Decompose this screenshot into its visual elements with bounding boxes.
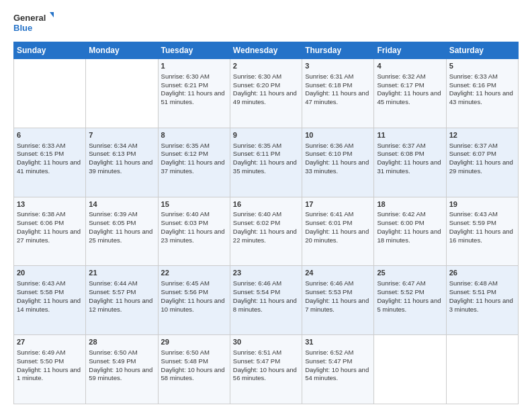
day-number: 1: [161, 61, 227, 71]
day-info: Sunrise: 6:45 AM Sunset: 5:56 PM Dayligh…: [161, 279, 227, 314]
day-info: Sunrise: 6:46 AM Sunset: 5:53 PM Dayligh…: [305, 279, 371, 314]
day-info: Sunrise: 6:30 AM Sunset: 6:20 PM Dayligh…: [233, 73, 299, 107]
day-number: 30: [233, 337, 299, 347]
week-row-5: 27Sunrise: 6:49 AM Sunset: 5:50 PM Dayli…: [14, 335, 519, 404]
day-number: 9: [233, 130, 299, 140]
day-info: Sunrise: 6:34 AM Sunset: 6:13 PM Dayligh…: [89, 142, 154, 176]
cell-week4-day5: 25Sunrise: 6:47 AM Sunset: 5:52 PM Dayli…: [374, 266, 446, 335]
day-number: 16: [233, 199, 299, 210]
day-number: 21: [89, 268, 154, 278]
day-number: 31: [305, 337, 371, 347]
day-info: Sunrise: 6:32 AM Sunset: 6:17 PM Dayligh…: [377, 73, 443, 107]
cell-week3-day5: 18Sunrise: 6:42 AM Sunset: 6:00 PM Dayli…: [374, 197, 446, 266]
weekday-monday: Monday: [86, 42, 158, 59]
day-number: 3: [305, 61, 371, 71]
page: General Blue SundayMondayTuesdayWednesda…: [0, 0, 532, 411]
day-info: Sunrise: 6:33 AM Sunset: 6:16 PM Dayligh…: [449, 73, 515, 107]
day-number: 23: [233, 268, 299, 278]
day-info: Sunrise: 6:43 AM Sunset: 5:59 PM Dayligh…: [449, 210, 515, 244]
weekday-saturday: Saturday: [446, 42, 518, 59]
day-number: 17: [305, 199, 371, 210]
cell-week1-day3: 2Sunrise: 6:30 AM Sunset: 6:20 PM Daylig…: [230, 59, 302, 128]
day-info: Sunrise: 6:35 AM Sunset: 6:11 PM Dayligh…: [233, 142, 299, 176]
weekday-friday: Friday: [374, 42, 446, 59]
day-info: Sunrise: 6:36 AM Sunset: 6:10 PM Dayligh…: [305, 142, 371, 176]
day-number: 25: [377, 268, 443, 278]
day-number: 6: [17, 130, 83, 140]
week-row-1: 1Sunrise: 6:30 AM Sunset: 6:21 PM Daylig…: [14, 59, 519, 128]
day-number: 13: [17, 199, 83, 210]
day-info: Sunrise: 6:33 AM Sunset: 6:15 PM Dayligh…: [17, 142, 83, 176]
cell-week4-day4: 24Sunrise: 6:46 AM Sunset: 5:53 PM Dayli…: [302, 266, 374, 335]
day-number: 28: [89, 337, 154, 347]
day-info: Sunrise: 6:47 AM Sunset: 5:52 PM Dayligh…: [377, 279, 443, 314]
cell-week2-day4: 10Sunrise: 6:36 AM Sunset: 6:10 PM Dayli…: [302, 128, 374, 197]
cell-week2-day2: 8Sunrise: 6:35 AM Sunset: 6:12 PM Daylig…: [158, 128, 230, 197]
cell-week4-day2: 22Sunrise: 6:45 AM Sunset: 5:56 PM Dayli…: [158, 266, 230, 335]
cell-week3-day2: 15Sunrise: 6:40 AM Sunset: 6:03 PM Dayli…: [158, 197, 230, 266]
day-info: Sunrise: 6:50 AM Sunset: 5:48 PM Dayligh…: [161, 349, 227, 383]
cell-week5-day3: 30Sunrise: 6:51 AM Sunset: 5:47 PM Dayli…: [230, 335, 302, 404]
svg-text:Blue: Blue: [13, 23, 32, 33]
cell-week3-day6: 19Sunrise: 6:43 AM Sunset: 5:59 PM Dayli…: [446, 197, 518, 266]
day-info: Sunrise: 6:40 AM Sunset: 6:03 PM Dayligh…: [161, 210, 227, 244]
cell-week5-day6: [446, 335, 518, 404]
day-number: 27: [17, 337, 83, 347]
cell-week5-day2: 29Sunrise: 6:50 AM Sunset: 5:48 PM Dayli…: [158, 335, 230, 404]
cell-week4-day1: 21Sunrise: 6:44 AM Sunset: 5:57 PM Dayli…: [86, 266, 158, 335]
day-number: 12: [449, 130, 515, 140]
day-number: 7: [89, 130, 154, 140]
cell-week2-day6: 12Sunrise: 6:37 AM Sunset: 6:07 PM Dayli…: [446, 128, 518, 197]
day-info: Sunrise: 6:38 AM Sunset: 6:06 PM Dayligh…: [17, 210, 83, 244]
cell-week4-day6: 26Sunrise: 6:48 AM Sunset: 5:51 PM Dayli…: [446, 266, 518, 335]
cell-week5-day5: [374, 335, 446, 404]
day-number: 5: [449, 61, 515, 71]
day-number: 10: [305, 130, 371, 140]
day-info: Sunrise: 6:39 AM Sunset: 6:05 PM Dayligh…: [89, 210, 154, 244]
cell-week3-day1: 14Sunrise: 6:39 AM Sunset: 6:05 PM Dayli…: [86, 197, 158, 266]
day-number: 11: [377, 130, 443, 140]
day-info: Sunrise: 6:43 AM Sunset: 5:58 PM Dayligh…: [17, 279, 83, 314]
cell-week3-day4: 17Sunrise: 6:41 AM Sunset: 6:01 PM Dayli…: [302, 197, 374, 266]
day-number: 29: [161, 337, 227, 347]
cell-week1-day6: 5Sunrise: 6:33 AM Sunset: 6:16 PM Daylig…: [446, 59, 518, 128]
day-info: Sunrise: 6:46 AM Sunset: 5:54 PM Dayligh…: [233, 279, 299, 314]
day-number: 20: [17, 268, 83, 278]
cell-week1-day2: 1Sunrise: 6:30 AM Sunset: 6:21 PM Daylig…: [158, 59, 230, 128]
cell-week4-day0: 20Sunrise: 6:43 AM Sunset: 5:58 PM Dayli…: [14, 266, 86, 335]
day-info: Sunrise: 6:49 AM Sunset: 5:50 PM Dayligh…: [17, 349, 83, 383]
svg-marker-2: [50, 12, 54, 17]
week-row-2: 6Sunrise: 6:33 AM Sunset: 6:15 PM Daylig…: [14, 128, 519, 197]
day-info: Sunrise: 6:50 AM Sunset: 5:49 PM Dayligh…: [89, 349, 154, 383]
day-number: 18: [377, 199, 443, 210]
day-number: 24: [305, 268, 371, 278]
calendar: SundayMondayTuesdayWednesdayThursdayFrid…: [13, 42, 519, 404]
weekday-sunday: Sunday: [14, 42, 86, 59]
day-number: 15: [161, 199, 227, 210]
day-number: 19: [449, 199, 515, 210]
cell-week3-day3: 16Sunrise: 6:40 AM Sunset: 6:02 PM Dayli…: [230, 197, 302, 266]
cell-week3-day0: 13Sunrise: 6:38 AM Sunset: 6:06 PM Dayli…: [14, 197, 86, 266]
cell-week5-day4: 31Sunrise: 6:52 AM Sunset: 5:47 PM Dayli…: [302, 335, 374, 404]
cell-week1-day1: [86, 59, 158, 128]
day-number: 22: [161, 268, 227, 278]
cell-week2-day0: 6Sunrise: 6:33 AM Sunset: 6:15 PM Daylig…: [14, 128, 86, 197]
day-info: Sunrise: 6:44 AM Sunset: 5:57 PM Dayligh…: [89, 279, 154, 314]
header: General Blue: [13, 11, 519, 35]
weekday-thursday: Thursday: [302, 42, 374, 59]
day-info: Sunrise: 6:37 AM Sunset: 6:07 PM Dayligh…: [449, 142, 515, 176]
day-info: Sunrise: 6:40 AM Sunset: 6:02 PM Dayligh…: [233, 210, 299, 244]
logo: General Blue: [13, 11, 54, 35]
cell-week5-day1: 28Sunrise: 6:50 AM Sunset: 5:49 PM Dayli…: [86, 335, 158, 404]
cell-week1-day0: [14, 59, 86, 128]
cell-week4-day3: 23Sunrise: 6:46 AM Sunset: 5:54 PM Dayli…: [230, 266, 302, 335]
cell-week1-day5: 4Sunrise: 6:32 AM Sunset: 6:17 PM Daylig…: [374, 59, 446, 128]
weekday-header-row: SundayMondayTuesdayWednesdayThursdayFrid…: [14, 42, 519, 59]
day-info: Sunrise: 6:30 AM Sunset: 6:21 PM Dayligh…: [161, 73, 227, 107]
day-number: 26: [449, 268, 515, 278]
cell-week2-day5: 11Sunrise: 6:37 AM Sunset: 6:08 PM Dayli…: [374, 128, 446, 197]
cell-week2-day3: 9Sunrise: 6:35 AM Sunset: 6:11 PM Daylig…: [230, 128, 302, 197]
cell-week5-day0: 27Sunrise: 6:49 AM Sunset: 5:50 PM Dayli…: [14, 335, 86, 404]
day-info: Sunrise: 6:41 AM Sunset: 6:01 PM Dayligh…: [305, 210, 371, 244]
day-number: 14: [89, 199, 154, 210]
